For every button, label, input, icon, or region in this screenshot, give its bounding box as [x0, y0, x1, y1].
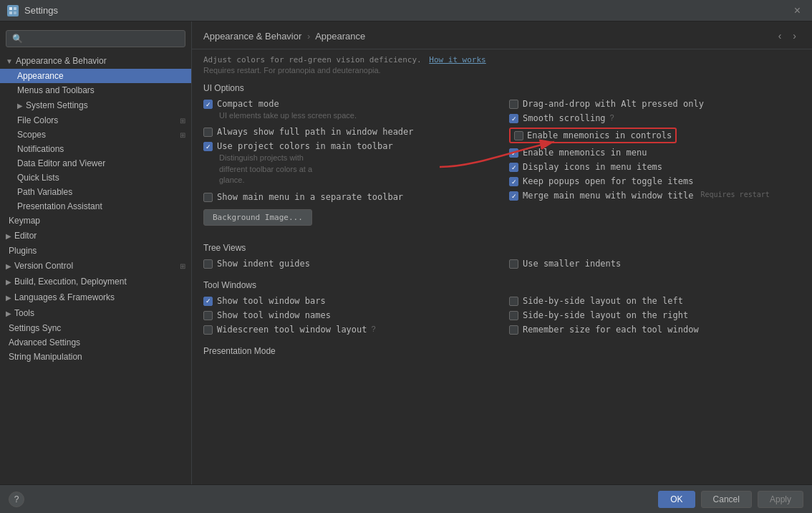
- sidebar-section-label: Languages & Frameworks: [14, 292, 115, 302]
- sidebar-item-advanced-settings[interactable]: Advanced Settings: [0, 335, 191, 350]
- side-by-side-right-label[interactable]: Side-by-side layout on the right: [523, 310, 688, 320]
- compact-mode-checkbox[interactable]: [203, 100, 213, 109]
- sidebar-item-system-settings[interactable]: ▶ System Settings: [0, 97, 191, 113]
- widescreen-help-icon[interactable]: ?: [372, 325, 376, 333]
- sidebar-section-languages[interactable]: ▶ Languages & Frameworks: [0, 289, 191, 305]
- show-tool-bars-label[interactable]: Show tool window bars: [217, 296, 326, 306]
- smaller-indents-label[interactable]: Use smaller indents: [523, 259, 621, 269]
- search-icon: 🔍: [12, 34, 23, 44]
- keep-popups-label[interactable]: Keep popups open for toggle items: [523, 176, 693, 186]
- side-by-side-left-checkbox[interactable]: [509, 297, 518, 306]
- main-menu-label[interactable]: Show main menu in a separate toolbar: [217, 192, 403, 202]
- remember-size-checkbox[interactable]: [509, 325, 518, 335]
- keep-popups-checkbox[interactable]: [509, 177, 518, 186]
- show-tool-names-label[interactable]: Show tool window names: [217, 310, 331, 320]
- sidebar-item-label: Scopes: [17, 130, 46, 140]
- dnd-checkbox[interactable]: [509, 100, 518, 109]
- sidebar-item-scopes[interactable]: Scopes ⊞: [0, 128, 191, 142]
- sidebar-item-label: Appearance: [17, 71, 64, 81]
- sidebar-section-appearance-behavior[interactable]: ▼ Appearance & Behavior: [0, 53, 191, 69]
- sidebar-item-label: System Settings: [26, 100, 88, 110]
- mnemonics-menu-checkbox[interactable]: [509, 148, 518, 158]
- option-remember-size: Remember size for each tool window: [509, 325, 801, 335]
- sidebar-item-notifications[interactable]: Notifications: [0, 142, 191, 156]
- full-path-checkbox[interactable]: [203, 128, 213, 137]
- sidebar-item-appearance[interactable]: Appearance: [0, 69, 191, 83]
- sidebar-section-build[interactable]: ▶ Build, Execution, Deployment: [0, 274, 191, 289]
- sidebar-item-quick-lists[interactable]: Quick Lists: [0, 171, 191, 185]
- option-indent-guides: Show indent guides: [203, 259, 488, 269]
- option-side-by-side-right: Side-by-side layout on the right: [509, 310, 801, 320]
- sidebar-section-version-control[interactable]: ▶ Version Control ⊞: [0, 258, 191, 274]
- indent-guides-checkbox[interactable]: [203, 259, 213, 269]
- option-dnd: Drag-and-drop with Alt pressed only: [509, 99, 801, 109]
- search-input[interactable]: [27, 34, 179, 44]
- sidebar: 🔍 ▼ Appearance & Behavior Appearance Men…: [0, 21, 192, 484]
- search-box[interactable]: 🔍: [6, 30, 185, 47]
- help-button[interactable]: ?: [9, 492, 24, 507]
- sidebar-item-label: File Colors: [17, 115, 58, 125]
- show-tool-names-checkbox[interactable]: [203, 311, 213, 320]
- side-by-side-left-label[interactable]: Side-by-side layout on the left: [523, 296, 683, 306]
- smooth-scrolling-help-icon[interactable]: ?: [610, 113, 614, 122]
- option-smaller-indents: Use smaller indents: [509, 259, 801, 269]
- sidebar-item-file-colors[interactable]: File Colors ⊞: [0, 113, 191, 128]
- ok-button[interactable]: OK: [658, 491, 695, 508]
- breadcrumb-separator: ›: [307, 31, 310, 42]
- widescreen-label[interactable]: Widescreen tool window layout: [217, 325, 367, 335]
- widescreen-checkbox[interactable]: [203, 325, 213, 335]
- mnemonics-controls-label[interactable]: Enable mnemonics in controls: [527, 130, 672, 140]
- content-area: Appearance & Behavior › Appearance ‹ › A…: [192, 21, 812, 484]
- project-colors-checkbox[interactable]: [203, 142, 213, 151]
- remember-size-label[interactable]: Remember size for each tool window: [523, 325, 699, 335]
- display-icons-label[interactable]: Display icons in menu items: [523, 162, 662, 172]
- dnd-label[interactable]: Drag-and-drop with Alt pressed only: [523, 99, 704, 109]
- sidebar-item-presentation-assistant[interactable]: Presentation Assistant: [0, 199, 191, 214]
- how-it-works-link[interactable]: How it works: [429, 55, 485, 64]
- tree-views-grid: Show indent guides Use smaller indents: [203, 259, 801, 273]
- expand-icon: ⊞: [180, 131, 185, 139]
- ui-options-grid: Compact mode UI elements take up less sc…: [203, 99, 801, 206]
- main-menu-checkbox[interactable]: [203, 193, 213, 202]
- project-colors-label[interactable]: Use project colors in main toolbar: [217, 141, 393, 151]
- close-button[interactable]: ×: [790, 3, 805, 19]
- chevron-right-icon: ▶: [6, 278, 11, 286]
- sidebar-item-label: Advanced Settings: [9, 337, 80, 347]
- sidebar-item-label: Quick Lists: [17, 173, 59, 183]
- smaller-indents-checkbox[interactable]: [509, 259, 518, 269]
- smooth-scrolling-checkbox[interactable]: [509, 114, 518, 123]
- tool-windows-grid: Show tool window bars Show tool window n…: [203, 296, 801, 339]
- nav-forward-button[interactable]: ›: [788, 29, 801, 43]
- sidebar-item-data-editor[interactable]: Data Editor and Viewer: [0, 156, 191, 171]
- mnemonics-controls-checkbox[interactable]: [514, 131, 523, 140]
- sidebar-section-editor[interactable]: ▶ Editor: [0, 228, 191, 244]
- option-project-colors: Use project colors in main toolbar: [203, 141, 488, 151]
- tree-views-left: Show indent guides: [203, 259, 502, 273]
- sidebar-item-path-variables[interactable]: Path Variables: [0, 185, 191, 199]
- merge-menu-checkbox[interactable]: [509, 191, 518, 201]
- sidebar-section-tools[interactable]: ▶ Tools: [0, 305, 191, 321]
- sidebar-item-plugins[interactable]: Plugins: [0, 244, 191, 258]
- sidebar-item-keymap[interactable]: Keymap: [0, 214, 191, 228]
- display-icons-checkbox[interactable]: [509, 163, 518, 172]
- merge-menu-label[interactable]: Merge main menu with window title: [523, 191, 693, 201]
- full-path-label[interactable]: Always show full path in window header: [217, 127, 414, 137]
- sidebar-item-settings-sync[interactable]: Settings Sync: [0, 321, 191, 335]
- sidebar-item-label: String Manipulation: [9, 352, 82, 362]
- chevron-right-icon: ▶: [6, 294, 11, 302]
- mnemonics-menu-label[interactable]: Enable mnemonics in menu: [523, 148, 647, 158]
- background-image-button[interactable]: Background Image...: [203, 209, 312, 226]
- sidebar-item-label: Menus and Toolbars: [17, 85, 95, 95]
- nav-back-button[interactable]: ‹: [774, 29, 786, 43]
- apply-button[interactable]: Apply: [758, 491, 803, 508]
- sidebar-item-string-manipulation[interactable]: String Manipulation: [0, 350, 191, 364]
- sidebar-item-menus-toolbars[interactable]: Menus and Toolbars: [0, 83, 191, 97]
- option-main-menu: Show main menu in a separate toolbar: [203, 192, 488, 202]
- cancel-button[interactable]: Cancel: [701, 491, 752, 508]
- smooth-scrolling-label[interactable]: Smooth scrolling: [523, 113, 606, 123]
- show-tool-bars-checkbox[interactable]: [203, 297, 213, 306]
- compact-mode-label[interactable]: Compact mode: [217, 99, 279, 109]
- indent-guides-label[interactable]: Show indent guides: [217, 259, 310, 269]
- requires-restart-label: Requires restart: [700, 191, 769, 198]
- side-by-side-right-checkbox[interactable]: [509, 311, 518, 320]
